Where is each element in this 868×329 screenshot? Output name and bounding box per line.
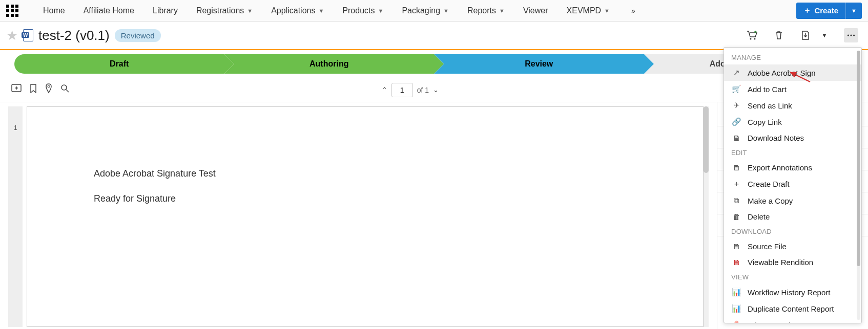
copy-icon: ⧉ — [731, 196, 741, 205]
bookmark-icon[interactable] — [30, 84, 37, 96]
chevron-down-icon: ▼ — [499, 8, 505, 14]
next-page-icon[interactable]: ⌄ — [433, 86, 439, 94]
svg-point-1 — [754, 38, 756, 40]
mi-adobe-acrobat-sign[interactable]: ↗Adobe Acrobat Sign — [724, 64, 861, 81]
stage-draft[interactable]: Draft — [14, 54, 224, 74]
doc-icon: 🗎 — [731, 242, 741, 251]
nav-viewer[interactable]: Viewer — [514, 6, 557, 15]
doc-line1: Adobe Acrobat Signature Test — [94, 168, 636, 179]
doc-line2: Ready for Signature — [94, 193, 636, 204]
plus-icon: ＋ — [731, 179, 741, 189]
mi-where-used[interactable]: 📍Where Used — [724, 317, 861, 323]
download-dropdown[interactable]: ▼ — [817, 28, 832, 42]
more-actions-menu: MANAGE ↗Adobe Acrobat Sign 🛒Add to Cart … — [724, 47, 862, 323]
menu-section-edit: EDIT — [724, 146, 861, 160]
mi-make-a-copy[interactable]: ⧉Make a Copy — [724, 192, 861, 209]
svg-point-6 — [48, 85, 50, 87]
prev-page-icon[interactable]: ⌃ — [382, 86, 387, 94]
mi-send-as-link[interactable]: ✈Send as Link — [724, 97, 861, 114]
chevron-down-icon: ▼ — [443, 8, 449, 14]
favorite-star-icon[interactable]: ★ — [6, 28, 18, 43]
more-actions-button[interactable] — [844, 28, 858, 42]
send-icon: ✈ — [731, 101, 741, 110]
nav-library[interactable]: Library — [143, 6, 187, 15]
page-number-input[interactable] — [391, 83, 413, 97]
menu-scrollbar[interactable] — [857, 51, 860, 320]
mi-export-annotations[interactable]: 🗎Export Annotations — [724, 160, 861, 176]
menu-section-manage: MANAGE — [724, 51, 861, 64]
thumb-page-num: 1 — [13, 124, 17, 131]
create-button-group: ＋Create ▼ — [796, 3, 862, 19]
nav-xevmpd[interactable]: XEVMPD▼ — [557, 6, 619, 15]
stage-authoring[interactable]: Authoring — [224, 54, 435, 74]
svg-point-0 — [750, 38, 752, 40]
svg-point-4 — [853, 34, 855, 36]
mi-add-to-cart[interactable]: 🛒Add to Cart — [724, 81, 861, 97]
delete-icon[interactable] — [772, 28, 786, 42]
nav-home[interactable]: Home — [34, 6, 74, 15]
create-dropdown[interactable]: ▼ — [845, 3, 862, 19]
mi-copy-link[interactable]: 🔗Copy Link — [724, 114, 861, 130]
nav-registrations[interactable]: Registrations▼ — [187, 6, 262, 15]
mi-delete[interactable]: 🗑Delete — [724, 209, 861, 225]
stage-review[interactable]: Review — [434, 54, 644, 74]
mi-download-notes[interactable]: 🗎Download Notes — [724, 130, 861, 146]
nav-applications[interactable]: Applications▼ — [262, 6, 333, 15]
doc-title: test-2 (v0.1) — [38, 28, 110, 43]
location-icon: 📍 — [731, 320, 741, 323]
nav-reports[interactable]: Reports▼ — [458, 6, 514, 15]
mi-viewable-rendition[interactable]: 🗎Viewable Rendition — [724, 254, 861, 270]
menu-section-view: VIEW — [724, 270, 861, 284]
doc-viewer: 1 Adobe Acrobat Signature Test Ready for… — [0, 102, 717, 329]
topnav: Home Affiliate Home Library Registration… — [0, 0, 868, 21]
status-badge: Reviewed — [115, 29, 161, 42]
trash-icon: 🗑 — [731, 212, 741, 221]
mi-duplicate-content-report[interactable]: 📊Duplicate Content Report — [724, 300, 861, 317]
download-icon[interactable] — [798, 28, 813, 42]
viewer-scrollbar[interactable] — [704, 106, 709, 327]
page-canvas[interactable]: Adobe Acrobat Signature Test Ready for S… — [27, 106, 704, 327]
create-button[interactable]: ＋Create — [796, 6, 845, 15]
mi-create-draft[interactable]: ＋Create Draft — [724, 176, 861, 192]
chart-icon: 📊 — [731, 288, 741, 297]
thumbnail-strip[interactable]: 1 — [8, 106, 23, 327]
external-link-icon: ↗ — [731, 68, 741, 77]
add-comment-icon[interactable] — [11, 84, 22, 96]
mi-workflow-history-report[interactable]: 📊Workflow History Report — [724, 284, 861, 300]
location-icon[interactable] — [45, 83, 52, 96]
nav-more[interactable]: » — [619, 7, 645, 15]
add-to-cart-icon[interactable] — [745, 28, 759, 42]
page-total: of 1 — [417, 86, 429, 94]
chevron-down-icon: ▼ — [604, 8, 610, 14]
nav-packaging[interactable]: Packaging▼ — [392, 6, 458, 15]
mi-source-file[interactable]: 🗎Source File — [724, 238, 861, 254]
svg-point-2 — [848, 34, 849, 36]
search-icon[interactable] — [60, 84, 70, 96]
cart-plus-icon: 🛒 — [731, 84, 741, 94]
nav-affiliate-home[interactable]: Affiliate Home — [74, 6, 143, 15]
chevrons-right-icon: » — [631, 7, 635, 15]
doc-download-icon: 🗎 — [731, 134, 741, 142]
chevron-down-icon: ▼ — [378, 8, 383, 14]
svg-point-3 — [850, 34, 852, 36]
chart-icon: 📊 — [731, 304, 741, 313]
pdf-icon: 🗎 — [731, 258, 741, 267]
chevron-down-icon: ▼ — [318, 8, 324, 14]
doc-header: ★ test-2 (v0.1) Reviewed ▼ — [0, 21, 868, 50]
link-icon: 🔗 — [731, 117, 741, 126]
svg-point-7 — [61, 85, 67, 90]
apps-icon[interactable] — [6, 5, 18, 17]
nav-products[interactable]: Products▼ — [333, 6, 392, 15]
export-icon: 🗎 — [731, 163, 741, 172]
menu-section-download: DOWNLOAD — [724, 225, 861, 238]
chevron-down-icon: ▼ — [247, 8, 253, 14]
word-doc-icon — [23, 29, 33, 41]
